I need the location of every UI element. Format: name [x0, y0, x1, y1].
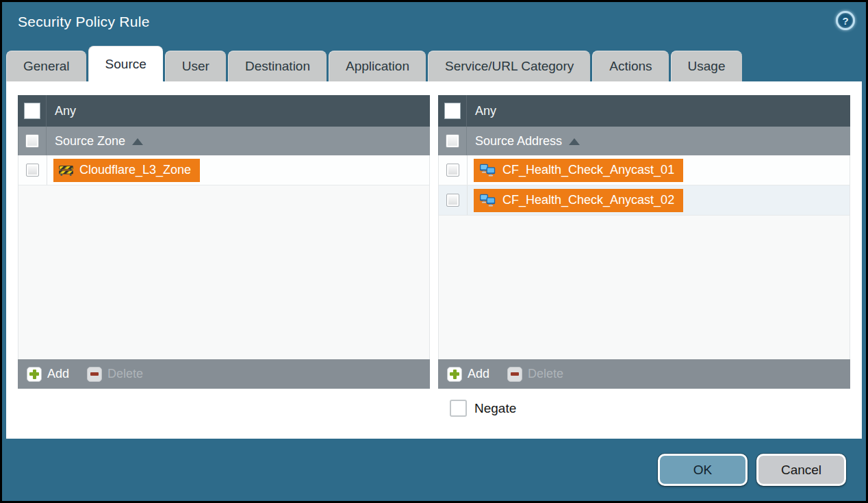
source-tab-content: Any Source Zone: [6, 81, 862, 439]
source-zone-any-label: Any: [55, 104, 76, 118]
negate-checkbox[interactable]: [450, 400, 467, 417]
table-row: CF_Health_Check_Anycast_02: [439, 185, 850, 216]
cancel-button[interactable]: Cancel: [756, 454, 846, 486]
tab-general[interactable]: General: [6, 51, 86, 81]
source-address-item[interactable]: CF_Health_Check_Anycast_02: [474, 189, 683, 212]
tab-actions[interactable]: Actions: [592, 51, 668, 81]
source-address-any-checkbox[interactable]: [444, 103, 461, 119]
source-zone-toolbar: Add Delete: [18, 359, 430, 389]
tab-application[interactable]: Application: [329, 51, 426, 81]
source-address-delete-button[interactable]: Delete: [507, 367, 563, 382]
source-zone-select-all-checkbox[interactable]: [25, 134, 39, 148]
tab-source[interactable]: Source: [88, 46, 163, 81]
negate-row: Negate: [18, 400, 850, 417]
address-group-icon: [479, 164, 496, 177]
source-address-list: CF_Health_Check_Anycast_01: [438, 155, 850, 359]
source-address-any-label: Any: [475, 104, 496, 118]
source-address-any-header: Any: [438, 95, 850, 127]
source-address-item-label: CF_Health_Check_Anycast_02: [502, 193, 674, 207]
source-address-item[interactable]: CF_Health_Check_Anycast_01: [474, 159, 683, 182]
tab-destination[interactable]: Destination: [228, 51, 327, 81]
tab-service-url-category[interactable]: Service/URL Category: [428, 51, 590, 81]
row-checkbox[interactable]: [446, 164, 459, 177]
negate-label: Negate: [474, 401, 516, 416]
help-icon[interactable]: ?: [836, 11, 855, 30]
titlebar: Security Policy Rule ?: [2, 2, 866, 46]
plus-icon: [447, 367, 462, 382]
source-zone-delete-button[interactable]: Delete: [87, 367, 143, 382]
source-zone-column-label: Source Zone: [55, 134, 125, 149]
sort-ascending-icon[interactable]: [569, 138, 580, 145]
source-zone-add-button[interactable]: Add: [27, 367, 69, 382]
row-checkbox[interactable]: [26, 164, 39, 177]
row-checkbox[interactable]: [446, 194, 459, 207]
dialog-title: Security Policy Rule: [18, 14, 150, 30]
source-zone-panel: Any Source Zone: [18, 95, 430, 389]
source-address-toolbar: Add Delete: [438, 359, 850, 389]
security-policy-rule-dialog: Security Policy Rule ? General Source Us…: [0, 0, 868, 503]
source-address-panel: Any Source Address: [438, 95, 850, 389]
dialog-footer: OK Cancel: [2, 439, 866, 501]
zone-barrier-icon: [59, 164, 73, 177]
source-zone-item[interactable]: Cloudflare_L3_Zone: [53, 159, 200, 182]
table-row: Cloudflare_L3_Zone: [18, 155, 429, 185]
source-zone-any-header: Any: [18, 95, 430, 127]
tab-strip: General Source User Destination Applicat…: [2, 46, 866, 81]
address-group-icon: [479, 194, 496, 207]
sort-ascending-icon[interactable]: [132, 138, 143, 145]
source-address-select-all-checkbox[interactable]: [446, 134, 459, 148]
tab-user[interactable]: User: [165, 51, 226, 81]
source-zone-any-checkbox[interactable]: [24, 103, 40, 119]
table-row: CF_Health_Check_Anycast_01: [439, 155, 850, 185]
source-zone-item-label: Cloudflare_L3_Zone: [79, 163, 191, 177]
source-address-column-header[interactable]: Source Address: [438, 127, 850, 155]
minus-icon: [507, 367, 522, 382]
plus-icon: [27, 367, 42, 382]
ok-button[interactable]: OK: [658, 454, 748, 486]
minus-icon: [87, 367, 102, 382]
source-address-add-button[interactable]: Add: [447, 367, 489, 382]
source-zone-list: Cloudflare_L3_Zone: [18, 155, 430, 359]
source-address-column-label: Source Address: [475, 134, 562, 149]
tab-usage[interactable]: Usage: [671, 51, 742, 81]
source-address-item-label: CF_Health_Check_Anycast_01: [502, 163, 674, 177]
source-zone-column-header[interactable]: Source Zone: [18, 127, 430, 155]
